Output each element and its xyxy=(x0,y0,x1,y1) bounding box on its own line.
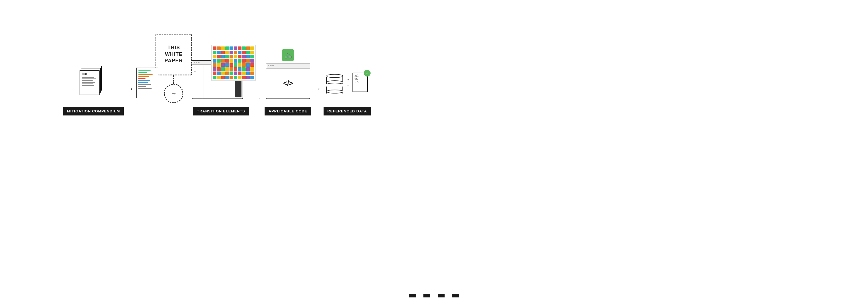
grid-cell xyxy=(242,55,246,58)
dashed-circle-arrow: → xyxy=(164,84,183,103)
highlight-line xyxy=(138,74,152,75)
highlight-line xyxy=(138,70,151,71)
highlight-line xyxy=(138,78,146,79)
grid-cell xyxy=(246,47,250,50)
grid-cell xyxy=(217,76,221,79)
grid-cell xyxy=(213,71,216,75)
arrow-3: → xyxy=(311,84,323,116)
yaml-line: z:3 xyxy=(354,81,366,84)
grid-cell xyxy=(250,51,254,54)
highlight-line xyxy=(138,80,150,81)
grid-cell xyxy=(250,47,254,50)
grid-cell xyxy=(250,55,254,58)
grid-cell xyxy=(221,55,225,58)
db-body-1 xyxy=(326,77,343,84)
step-applicable-code: 🚲 </> APPLICABLE CODE xyxy=(265,63,311,116)
referenced-data-label-group: REFERENCED DATA xyxy=(323,107,371,116)
db-stack: ↓ xyxy=(326,68,343,93)
grid-cell xyxy=(238,47,242,50)
grid-cell xyxy=(229,55,233,58)
grid-cell xyxy=(217,67,221,71)
grid-cell xyxy=(234,51,237,54)
bike-icon-box: 🚲 xyxy=(282,49,294,61)
grid-cell xyxy=(246,76,250,79)
highlight-line xyxy=(138,88,152,89)
ipcc-docs-visual: ipcc xyxy=(80,66,107,99)
highlight-line xyxy=(138,82,148,83)
db-cylinder xyxy=(326,74,343,93)
grid-cell xyxy=(213,51,216,54)
grid-cell xyxy=(238,76,242,79)
grid-cell xyxy=(242,63,246,67)
grid-cell xyxy=(225,63,229,67)
main-diagram: ipcc MITIGATION COMPENDIUM → xyxy=(0,28,434,124)
highlight-line xyxy=(138,84,151,85)
code-symbol-display: </> xyxy=(266,68,310,98)
code-window-visual: 🚲 </> xyxy=(266,63,310,99)
grid-cell xyxy=(242,71,246,75)
white-paper-label: THIS WHITE PAPER xyxy=(156,44,191,64)
grid-cell xyxy=(225,47,229,50)
step-referenced-data: ↓ → ← x:1y:2z:3✓ xyxy=(323,63,371,116)
grid-cell xyxy=(229,47,233,50)
step-highlight-doc xyxy=(136,68,158,116)
te-arrow-1: → xyxy=(193,66,202,69)
grid-cell xyxy=(213,63,216,67)
grid-cell xyxy=(246,59,250,63)
applicable-code-label: APPLICABLE CODE xyxy=(265,107,311,116)
highlight-line xyxy=(138,72,147,73)
grid-cell xyxy=(217,59,221,63)
referenced-data-label: REFERENCED DATA xyxy=(323,107,371,116)
grid-cell xyxy=(221,47,225,50)
grid-cell xyxy=(242,59,246,63)
grid-cell xyxy=(229,59,233,63)
ipcc-label: ipcc xyxy=(82,72,97,75)
transition-visual: → → → ↑ xyxy=(192,50,250,99)
grid-cell xyxy=(225,71,229,75)
db-visual: ↓ → ← x:1y:2z:3✓ xyxy=(323,63,371,99)
te-arrow-3: → xyxy=(193,73,202,76)
db-body-2 xyxy=(326,87,343,93)
code-window-top xyxy=(266,63,310,68)
grid-cell xyxy=(213,55,216,58)
grid-cell xyxy=(229,76,233,79)
grid-cell xyxy=(246,67,250,71)
grid-cell xyxy=(229,71,233,75)
grid-cell xyxy=(242,47,246,50)
grid-cell xyxy=(229,63,233,67)
te-arrow-2: → xyxy=(193,70,202,72)
grid-cell xyxy=(234,55,237,58)
check-badge: ✓ xyxy=(364,70,371,77)
grid-cell xyxy=(225,51,229,54)
grid-cell xyxy=(234,67,237,71)
white-paper-box: THIS WHITE PAPER xyxy=(156,34,192,75)
yaml-line: y:2 xyxy=(354,78,366,81)
grid-cell xyxy=(225,67,229,71)
grid-cell xyxy=(246,71,250,75)
grid-cell xyxy=(238,63,242,67)
transition-elements-label: TRANSITION ELEMENTS xyxy=(193,107,249,116)
color-grid-overlay xyxy=(211,45,256,81)
grid-cell xyxy=(242,51,246,54)
grid-cell xyxy=(246,51,250,54)
step-mitigation-compendium: ipcc MITIGATION COMPENDIUM xyxy=(63,66,124,116)
grid-cell xyxy=(234,59,237,63)
code-window: </> xyxy=(266,63,310,99)
grid-cell xyxy=(229,51,233,54)
grid-cell xyxy=(213,76,216,79)
grid-cell xyxy=(217,51,221,54)
grid-cell xyxy=(238,71,242,75)
step-transition-elements: → → → ↑ TRANSITION xyxy=(192,50,250,116)
ipcc-doc-front: ipcc xyxy=(80,70,100,95)
grid-cell xyxy=(234,76,237,79)
arrow-2: → xyxy=(250,94,265,103)
grid-cell xyxy=(238,59,242,63)
grid-cell xyxy=(238,51,242,54)
arrow-1: → xyxy=(124,84,136,116)
te-sidebar: → → → xyxy=(192,65,204,98)
grid-cell xyxy=(234,63,237,67)
grid-cell xyxy=(217,71,221,75)
grid-cell xyxy=(238,67,242,71)
grid-cell xyxy=(246,63,250,67)
grid-cell xyxy=(242,67,246,71)
